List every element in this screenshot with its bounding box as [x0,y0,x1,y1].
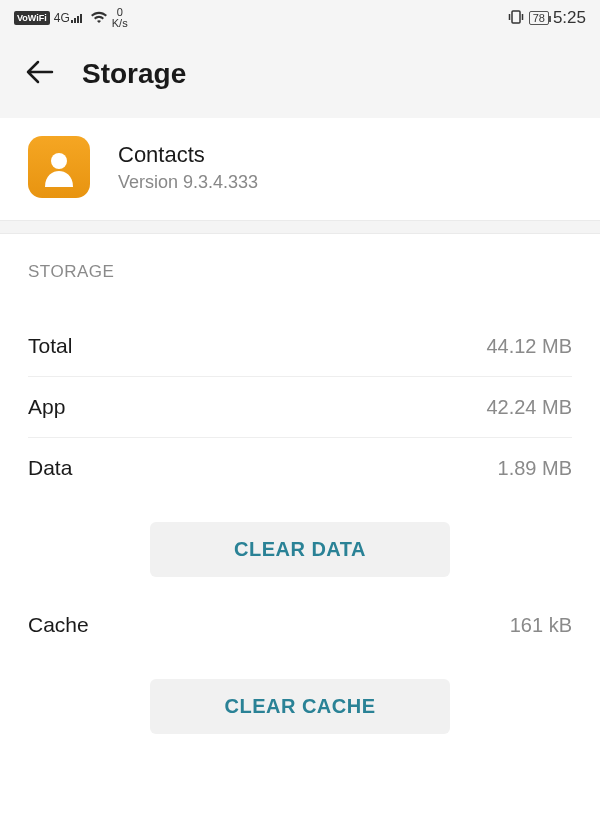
row-cache-label: Cache [28,613,89,637]
status-left: VoWiFi 4G 0 K/s [14,7,128,29]
header: Storage [0,36,600,118]
row-cache: Cache 161 kB [28,609,572,655]
vowifi-icon: VoWiFi [14,11,50,25]
row-data-label: Data [28,456,72,480]
clear-data-button[interactable]: CLEAR DATA [150,522,450,577]
clear-data-row: CLEAR DATA [28,498,572,609]
clear-cache-row: CLEAR CACHE [28,655,572,766]
svg-point-3 [51,153,67,169]
clear-cache-button[interactable]: CLEAR CACHE [150,679,450,734]
speed-indicator: 0 K/s [112,7,128,29]
svg-rect-0 [512,11,520,23]
row-total: Total 44.12 MB [28,316,572,376]
row-total-label: Total [28,334,72,358]
section-label: STORAGE [28,262,572,282]
network-icon: 4G [54,11,86,25]
row-cache-value: 161 kB [510,614,572,637]
back-arrow-icon[interactable] [24,59,54,89]
row-data: Data 1.89 MB [28,438,572,498]
storage-section: STORAGE Total 44.12 MB App 42.24 MB Data… [0,234,600,766]
page-title: Storage [82,58,186,90]
contacts-app-icon [28,136,90,198]
wifi-icon [90,10,108,27]
status-right: 78 5:25 [507,8,586,28]
section-separator [0,220,600,234]
clock: 5:25 [553,8,586,28]
battery-icon: 78 [529,11,549,25]
row-total-value: 44.12 MB [486,335,572,358]
row-app-label: App [28,395,65,419]
app-info-row: Contacts Version 9.3.4.333 [0,118,600,220]
status-bar: VoWiFi 4G 0 K/s 78 5:25 [0,0,600,36]
app-name: Contacts [118,142,258,168]
app-version: Version 9.3.4.333 [118,172,258,193]
vibrate-icon [507,9,525,28]
row-app: App 42.24 MB [28,377,572,437]
row-data-value: 1.89 MB [498,457,572,480]
row-app-value: 42.24 MB [486,396,572,419]
